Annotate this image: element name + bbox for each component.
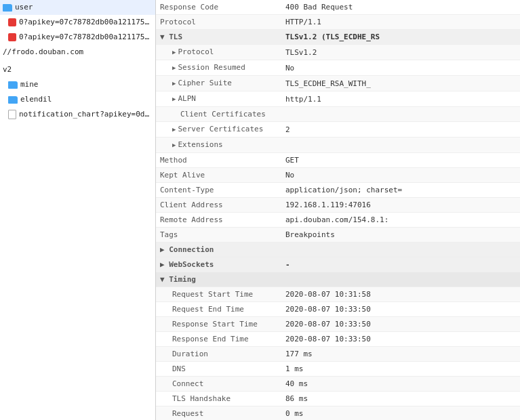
prop-key: Client Address: [156, 198, 281, 213]
prop-key-text: Response End Time: [172, 335, 249, 343]
prop-key-text: Response Code: [160, 3, 218, 12]
prop-value: 86 ms: [281, 392, 520, 406]
prop-key: ▶Cipher Suite: [156, 76, 281, 91]
expand-arrow-icon: ▶: [172, 124, 176, 135]
left-tree-item-frodo[interactable]: //frodo.douban.com: [0, 45, 155, 60]
prop-value: 0 ms: [281, 406, 520, 421]
table-row: MethodGET: [156, 153, 520, 168]
prop-key-text: Protocol: [160, 18, 196, 26]
table-row: ▶ProtocolTLSv1.2: [156, 45, 520, 60]
expand-arrow-icon: ▶: [172, 93, 176, 105]
prop-value: api.douban.com/154.8.1:: [281, 213, 520, 228]
prop-key: Protocol: [156, 15, 281, 30]
prop-key: Tags: [156, 228, 281, 243]
prop-value: application/json; charset=: [281, 183, 520, 198]
tree-label: 0?apikey=07c78782db00a121175696889101e36…: [19, 31, 153, 43]
prop-key-text: ▼ TLS: [160, 33, 182, 41]
tree-label: mine: [20, 79, 39, 91]
left-tree-item-api1[interactable]: 0?apikey=07c78782db00a121175696889101e36…: [0, 15, 155, 30]
prop-value: Breakpoints: [281, 228, 520, 243]
folder-icon: [8, 81, 18, 89]
prop-key-text: TLS Handshake: [172, 394, 231, 403]
left-tree-item-mine[interactable]: mine: [0, 77, 155, 92]
prop-value: 2: [281, 122, 520, 138]
prop-value: 2020-08-07 10:33:50: [281, 317, 520, 332]
prop-value: http/1.1: [281, 91, 520, 107]
prop-value: 2020-08-07 10:31:58: [281, 287, 520, 302]
table-row: ▶Cipher SuiteTLS_ECDHE_RSA_WITH_: [156, 76, 520, 91]
prop-key: Request End Time: [156, 302, 281, 317]
prop-value: 2020-08-07 10:33:50: [281, 332, 520, 347]
prop-value: 400 Bad Request: [281, 0, 520, 15]
tree-label: elendil: [20, 93, 52, 106]
prop-key-text: Connect: [172, 379, 203, 388]
table-row: ▶Server Certificates2: [156, 122, 520, 138]
table-row: Response Start Time2020-08-07 10:33:50: [156, 317, 520, 332]
left-tree-item-api2[interactable]: 0?apikey=07c78782db00a121175696889101e36…: [0, 30, 155, 45]
prop-key-text: ▶ WebSockets: [160, 260, 214, 269]
prop-value: -: [281, 257, 520, 272]
left-tree-item-v2[interactable]: v2: [0, 62, 155, 77]
prop-key: Response Start Time: [156, 317, 281, 332]
prop-key-text: Remote Address: [160, 215, 223, 224]
prop-key: Content-Type: [156, 183, 281, 198]
prop-key-text: Tags: [160, 230, 178, 239]
table-row: Remote Addressapi.douban.com/154.8.1:: [156, 213, 520, 228]
table-row: ▶Session ResumedNo: [156, 60, 520, 76]
prop-key-text: Kept Alive: [160, 171, 205, 180]
prop-key: Response End Time: [156, 332, 281, 347]
prop-key-text: Client Certificates: [180, 110, 266, 119]
prop-key-text: Session Resumed: [178, 63, 245, 72]
tree-label: //frodo.douban.com: [3, 46, 83, 58]
prop-key: Request Start Time: [156, 287, 281, 302]
prop-key-text: Response Start Time: [172, 320, 258, 329]
left-tree-item-user[interactable]: user: [0, 0, 155, 15]
table-row[interactable]: ▶ Connection: [156, 243, 520, 257]
table-row[interactable]: ▼ Timing: [156, 272, 520, 287]
expand-arrow-icon: ▶: [172, 47, 176, 58]
prop-key: DNS: [156, 362, 281, 377]
prop-key-text: Request Start Time: [172, 290, 253, 299]
table-row: Connect40 ms: [156, 377, 520, 392]
prop-value: 177 ms: [281, 347, 520, 362]
table-row: ProtocolHTTP/1.1: [156, 15, 520, 30]
prop-key-text: ▼ Timing: [160, 275, 196, 284]
table-row: Response Code400 Bad Request: [156, 0, 520, 15]
prop-key-text: Duration: [172, 350, 208, 358]
table-row: Response End Time2020-08-07 10:33:50: [156, 332, 520, 347]
table-row[interactable]: ▶ WebSockets-: [156, 257, 520, 272]
left-tree-item-notif[interactable]: notification_chart?apikey=0dad551ec0f84e…: [0, 107, 155, 122]
prop-key: ▶Server Certificates: [156, 122, 281, 138]
prop-value: No: [281, 168, 520, 183]
table-row: Request Start Time2020-08-07 10:31:58: [156, 287, 520, 302]
prop-key: ▶Protocol: [156, 45, 281, 60]
prop-key-text: Method: [160, 156, 187, 165]
prop-value: 2020-08-07 10:33:50: [281, 302, 520, 317]
left-tree-item-elendil[interactable]: elendil: [0, 92, 155, 107]
prop-value: [281, 138, 520, 153]
table-row: ▶Extensions: [156, 138, 520, 153]
table-row: Content-Typeapplication/json; charset=: [156, 183, 520, 198]
tree-label: notification_chart?apikey=0dad551ec0f84e…: [19, 108, 153, 121]
table-row: DNS1 ms: [156, 362, 520, 377]
table-row: Client Address192.168.1.119:47016: [156, 198, 520, 213]
table-row[interactable]: ▼ TLSTLSv1.2 (TLS_ECDHE_RS: [156, 30, 520, 45]
prop-key: ▼ TLS: [156, 30, 281, 45]
expand-arrow-icon: ▶: [172, 62, 176, 74]
table-row: Duration177 ms: [156, 347, 520, 362]
prop-key: Client Certificates: [156, 107, 281, 122]
prop-key-text: Cipher Suite: [178, 79, 231, 87]
right-panel: Response Code400 Bad RequestProtocolHTTP…: [156, 0, 520, 420]
table-row: Kept AliveNo: [156, 168, 520, 183]
tree-label: 0?apikey=07c78782db00a121175696889101e36…: [19, 16, 153, 28]
prop-key: ▶ WebSockets: [156, 257, 281, 272]
prop-key: Method: [156, 153, 281, 168]
prop-key-text: Request End Time: [172, 305, 244, 314]
left-panel[interactable]: user0?apikey=07c78782db00a12117569688910…: [0, 0, 156, 420]
red-icon: [8, 18, 16, 26]
prop-key: Response Code: [156, 0, 281, 15]
prop-key: ▶ALPN: [156, 91, 281, 107]
prop-value: 40 ms: [281, 377, 520, 392]
prop-key: ▶Extensions: [156, 138, 281, 153]
prop-key-text: DNS: [172, 364, 186, 373]
